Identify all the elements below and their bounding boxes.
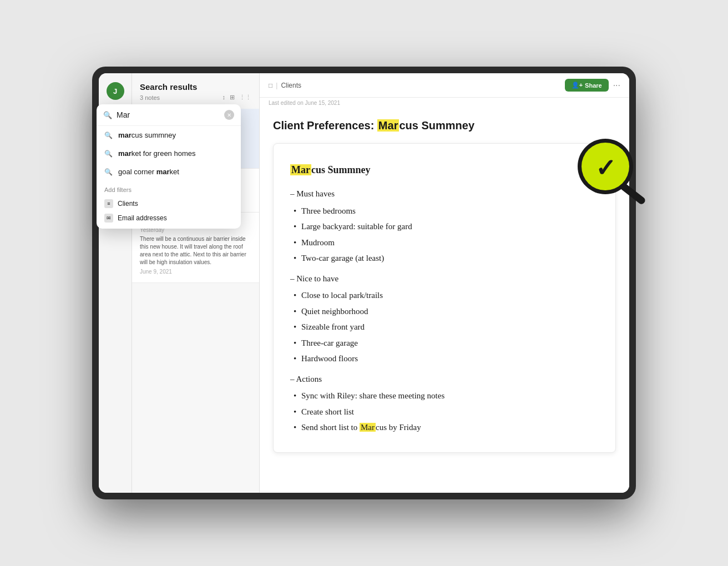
toolbar-left: □ | Clients [269,82,301,89]
hw-item: Mudroom [290,235,599,251]
result-date-netzero: June 9, 2021 [140,269,251,275]
main-toolbar: □ | Clients 👤+ Share ··· [260,73,629,98]
magnify-overlay: ✓ [569,133,641,205]
sort-icon[interactable]: ↕ [223,94,226,101]
note-title-suffix: cus Summney [399,119,474,132]
hw-name-highlight: Mar [290,164,311,175]
filter-clients-label: Clients [118,200,138,208]
search-icon: 🔍 [104,132,113,139]
hw-item: Create short list [290,404,599,420]
search-dropdown[interactable]: 🔍 Mar ✕ 🔍 marcus summney 🔍 market for gr… [97,104,241,229]
hw-item: Hardwood floors [290,351,599,367]
filter-email[interactable]: ✉ Email addresses [104,211,233,225]
hw-section-nice-to-have: – Nice to have [290,271,599,287]
hw-item: Large backyard: suitable for gard [290,219,599,235]
hw-item: Close to local park/trails [290,287,599,304]
magnify-svg: ✓ [569,133,647,211]
handwritten-note: Marcus Summney – Must haves Three bedroo… [273,143,616,453]
hw-section-actions: – Actions [290,371,599,387]
search-suggestion-market[interactable]: 🔍 market for green homes [97,144,241,163]
email-icon: ✉ [104,214,113,223]
hw-name: Marcus Summney [290,160,599,179]
search-icon: 🔍 [104,150,113,158]
svg-text:✓: ✓ [595,154,616,181]
hw-item: Two-car garage (at least) [290,250,599,266]
search-panel-title: Search results [140,82,251,92]
search-panel-icons: ↕ ⊞ ⋮⋮ [223,94,252,101]
note-title-highlight: Mar [377,119,400,132]
hw-item: Sizeable front yard [290,319,599,335]
hw-item: Sync with Riley: share these meeting not… [290,388,599,404]
hw-item: Three bedrooms [290,203,599,219]
note-title-prefix: Client Preferences: [273,119,377,132]
toolbar-right: 👤+ Share ··· [565,79,620,92]
share-icon: 👤+ [572,82,583,89]
share-button[interactable]: 👤+ Share [565,79,609,92]
filter-clients[interactable]: ≡ Clients [104,196,233,211]
result-preview-netzero: There will be a continuous air barrier i… [140,235,251,266]
hw-section-must-haves: – Must haves [290,186,599,202]
search-icon: 🔍 [103,111,112,119]
hw-item: Quiet neighborhood [290,304,599,320]
search-icon: 🔍 [104,168,113,176]
more-button[interactable]: ··· [613,80,620,90]
search-suggestion-goal[interactable]: 🔍 goal corner market [97,163,241,181]
hw-item: Three-car garage [290,335,599,351]
last-edited-text: Last edited on June 15, 2021 [260,98,629,108]
breadcrumb-separator: | [276,82,277,89]
hw-item: Send short list to Marcus by Friday [290,420,599,436]
note-title: Client Preferences: Marcus Summney [273,119,616,132]
suggestion-text: marcus summney [118,131,176,139]
suggestion-text: market for green homes [118,149,195,158]
search-input-row: 🔍 Mar ✕ [97,104,241,126]
add-filters-section: Add filters ≡ Clients ✉ Email addresses [97,181,241,229]
search-clear-button[interactable]: ✕ [224,110,234,120]
grid-icon[interactable]: ⋮⋮ [239,94,251,101]
avatar[interactable]: J [107,82,124,100]
breadcrumb-label: Clients [281,82,301,89]
svg-rect-3 [619,182,646,205]
suggestion-text: goal corner market [118,168,179,176]
search-suggestion-marcus[interactable]: 🔍 marcus summney [97,126,241,144]
scene: J Search results 3 notes ↕ ⊞ ⋮⋮ [59,44,669,522]
search-count: 3 notes [140,94,160,101]
breadcrumb-icon: □ [269,82,272,89]
filter-email-label: Email addresses [118,214,167,222]
add-filters-label: Add filters [104,186,233,193]
breadcrumb: □ | Clients [269,82,301,89]
search-panel-meta: 3 notes ↕ ⊞ ⋮⋮ [140,94,251,101]
filter-icon[interactable]: ⊞ [230,94,235,101]
search-input-value[interactable]: Mar [117,110,220,119]
search-panel-header: Search results 3 notes ↕ ⊞ ⋮⋮ [132,73,259,105]
clients-icon: ≡ [104,199,113,208]
